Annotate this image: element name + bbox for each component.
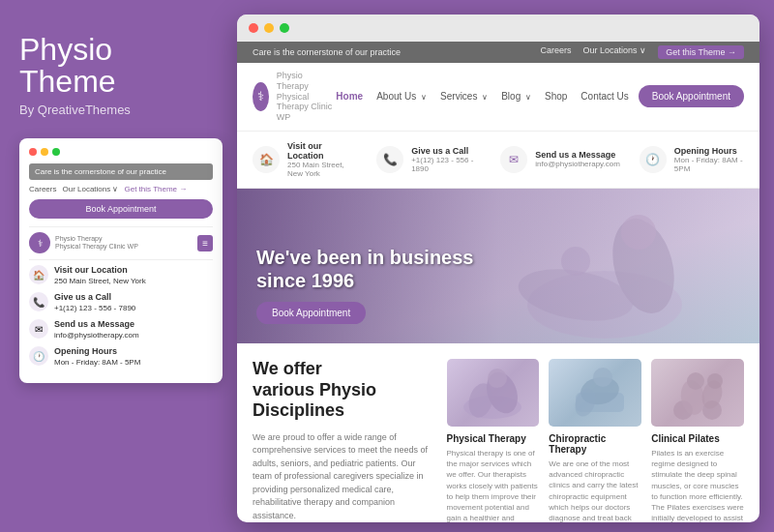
topbar-locations[interactable]: Our Locations ∨ — [583, 45, 647, 59]
info-location: 🏠 Visit our Location 250 Main Street, Ne… — [253, 141, 357, 178]
service-img-pt — [447, 359, 540, 427]
browser-dot-red — [249, 23, 258, 33]
info-message: ✉ Send us a Message info@physiotherapy.c… — [500, 141, 620, 178]
info-phone-icon: 📞 — [376, 146, 403, 173]
site-logo-icon: ⚕ — [253, 82, 269, 111]
small-logo-icon: ⚕ — [29, 232, 50, 253]
browser-titlebar — [237, 15, 759, 42]
service-card-ct: Chiropractic Therapy We are one of the m… — [549, 359, 641, 522]
topbar-careers[interactable]: Careers — [541, 45, 572, 59]
hero-title: We've been in business since 1996 — [256, 246, 473, 292]
dot-green — [52, 148, 60, 156]
info-bar: 🏠 Visit our Location 250 Main Street, Ne… — [237, 132, 759, 189]
small-nav: Careers Our Locations ∨ Get this Theme → — [29, 185, 213, 193]
dot-red — [29, 148, 37, 156]
info-location-text: Visit our Location 250 Main Street, New … — [287, 141, 357, 178]
info-email-text: Send us a Message info@physiotherapy.com — [535, 150, 620, 168]
info-email-icon: ✉ — [500, 146, 527, 173]
nav-contact[interactable]: Contact Us — [580, 91, 628, 102]
service-text-ct: We are one of the most advanced chiropra… — [549, 458, 641, 522]
services-cards: Physical Therapy Physical therapy is one… — [447, 359, 745, 522]
browser-dot-yellow — [264, 23, 274, 33]
small-info-hours: 🕐 Opening Hours Mon - Friday: 8AM - 5PM — [29, 346, 213, 368]
service-title-ct: Chiropractic Therapy — [549, 433, 641, 455]
browser-content: Care is the cornerstone of our practice … — [237, 42, 759, 522]
left-panel: Physio Theme By QreativeThemes Care is t… — [0, 0, 242, 532]
nav-about[interactable]: About Us ∨ — [376, 91, 427, 102]
email-icon: ✉ — [29, 319, 48, 339]
service-title-cp: Clinical Pilates — [651, 433, 744, 444]
svg-point-13 — [593, 368, 612, 387]
small-info-phone: 📞 Give us a Call +1(12) 123 - 556 - 7890 — [29, 292, 213, 313]
browser-dot-green — [280, 23, 289, 33]
small-hours-text: Opening Hours Mon - Friday: 8AM - 5PM — [54, 346, 140, 368]
service-img-ct — [549, 359, 641, 427]
site-book-btn[interactable]: Book Appointment — [639, 85, 744, 107]
service-img-cp — [651, 359, 744, 427]
info-location-icon: 🏠 — [253, 146, 280, 173]
services-section: We offer various Physio Disciplines We a… — [237, 343, 759, 522]
small-logo: ⚕ Physio Therapy Physical Therapy Clinic… — [29, 232, 138, 253]
small-nav-careers[interactable]: Careers — [29, 185, 56, 193]
clock-icon: 🕐 — [29, 346, 48, 366]
info-hours-text: Opening Hours Mon - Friday: 8AM - 5PM — [674, 146, 744, 173]
service-title-pt: Physical Therapy — [447, 433, 540, 444]
topbar-message: Care is the cornerstone of our practice — [253, 47, 401, 57]
nav-home[interactable]: Home — [336, 91, 363, 102]
nav-shop[interactable]: Shop — [545, 91, 567, 102]
small-info-location: 🏠 Visit our Location 250 Main Street, Ne… — [29, 265, 213, 286]
hero-cta-btn[interactable]: Book Appointment — [256, 302, 366, 324]
site-topbar: Care is the cornerstone of our practice … — [237, 42, 759, 63]
small-nav-theme[interactable]: Get this Theme → — [124, 185, 187, 193]
small-book-btn[interactable]: Book Appointment — [29, 199, 213, 219]
service-card-pt: Physical Therapy Physical therapy is one… — [447, 359, 540, 522]
services-title: We offer various Physio Disciplines — [253, 359, 432, 422]
small-phone-text: Give us a Call +1(12) 123 - 556 - 7890 — [54, 292, 135, 313]
site-navbar: ⚕ Physio Therapy Physical Therapy Clinic… — [237, 63, 759, 132]
site-logo: ⚕ Physio Therapy Physical Therapy Clinic… — [253, 71, 336, 123]
divider2 — [29, 259, 213, 260]
location-icon: 🏠 — [29, 265, 48, 284]
small-mockup-card: Care is the cornerstone of our practice … — [19, 138, 223, 383]
site-nav-links: Home About Us ∨ Services ∨ Blog ∨ Shop C… — [336, 91, 628, 102]
hero-section: We've been in business since 1996 Book A… — [237, 189, 759, 343]
services-left: We offer various Physio Disciplines We a… — [253, 359, 432, 522]
topbar-get-theme[interactable]: Get this Theme → — [658, 45, 744, 59]
nav-services[interactable]: Services ∨ — [440, 91, 488, 102]
site-logo-text: Physio Therapy Physical Therapy Clinic W… — [277, 71, 337, 123]
info-call: 📞 Give us a Call +1(12) 123 - 556 - 1890 — [376, 141, 481, 178]
small-logo-text: Physio Therapy Physical Therapy Clinic W… — [55, 235, 138, 251]
small-location-text: Visit our Location 250 Main Street, New … — [54, 265, 146, 286]
topbar-right-links: Careers Our Locations ∨ Get this Theme → — [541, 45, 744, 59]
service-card-cp: Clinical Pilates Pilates is an exercise … — [651, 359, 744, 522]
window-dots — [29, 148, 213, 156]
small-header-row: ⚕ Physio Therapy Physical Therapy Clinic… — [29, 232, 213, 253]
svg-point-18 — [687, 372, 704, 390]
info-hours: 🕐 Opening Hours Mon - Friday: 8AM - 5PM — [640, 141, 744, 178]
dot-yellow — [41, 148, 48, 156]
browser-mockup: Care is the cornerstone of our practice … — [237, 15, 759, 522]
small-info-email: ✉ Send us a Message info@physiotherapy.c… — [29, 319, 213, 340]
svg-point-20 — [707, 373, 723, 389]
service-text-cp: Pilates is an exercise regime designed t… — [651, 448, 744, 522]
divider — [29, 226, 213, 227]
phone-icon: 📞 — [29, 292, 48, 311]
small-email-text: Send us a Message info@physiotherapy.com — [54, 319, 139, 340]
hero-content: We've been in business since 1996 Book A… — [256, 246, 473, 324]
info-clock-icon: 🕐 — [640, 146, 667, 173]
nav-blog[interactable]: Blog ∨ — [501, 91, 531, 102]
small-topbar: Care is the cornerstone of our practice — [29, 163, 213, 180]
by-line: By QreativeThemes — [19, 103, 223, 117]
svg-point-9 — [488, 369, 507, 388]
info-phone-text: Give us a Call +1(12) 123 - 556 - 1890 — [411, 146, 481, 173]
service-text-pt: Physical therapy is one of the major ser… — [447, 448, 540, 522]
small-hamburger-btn[interactable]: ≡ — [197, 235, 213, 251]
small-nav-locations[interactable]: Our Locations ∨ — [62, 185, 118, 193]
services-description: We are proud to offer a wide range of co… — [253, 431, 432, 522]
brand-title: Physio Theme — [19, 29, 223, 97]
